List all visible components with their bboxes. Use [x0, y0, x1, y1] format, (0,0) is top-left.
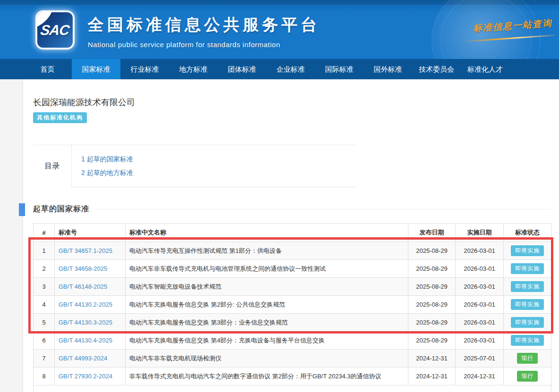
toc-link-1[interactable]: 1 起草的国家标准 — [81, 152, 356, 166]
standard-code-link[interactable]: GB/T 34658-2025 — [59, 265, 107, 272]
row-index: 3 — [34, 278, 55, 296]
nav-item-8[interactable]: 国外标准 — [364, 59, 412, 79]
nav-item-2[interactable]: 国家标准 — [72, 59, 120, 79]
standard-code-cell: GB/T 44130.2-2025 — [55, 296, 126, 314]
publish-date-cell: 2025-08-29 — [408, 332, 456, 350]
standard-code-link[interactable]: GB/T 27930.2-2024 — [59, 373, 112, 380]
publish-date-cell: 2024-12-31 — [408, 350, 456, 367]
status-cell: 即将实施 — [504, 296, 551, 314]
page: SAC 全国标准信息公共服务平台 National public service… — [0, 0, 559, 392]
nav-item-3[interactable]: 行业标准 — [120, 59, 169, 79]
implement-date-cell: 2024-12-31 — [456, 367, 504, 385]
toc-label: 目录 — [33, 145, 72, 187]
main-nav: 首页国家标准行业标准地方标准团体标准企业标准国际标准国外标准技术委员会标准化人才 — [0, 59, 559, 79]
col-header-implement-date: 实施日期 — [456, 224, 504, 242]
publish-date-cell: 2025-08-29 — [408, 296, 456, 314]
standard-code-link[interactable]: GB/T 34657.1-2025 — [59, 247, 112, 254]
standard-name-cell: 电动汽车非车载传导式充电机与电池管理系统之间的通信协议一致性测试 — [126, 260, 408, 278]
col-header-index: # — [34, 224, 55, 242]
platform-title: 全国标准信息公共服务平台 — [88, 14, 320, 36]
section-divider-line — [96, 209, 551, 209]
status-badge: 即将实施 — [511, 299, 544, 310]
status-badge: 即将实施 — [511, 317, 544, 328]
col-header-publish-date: 发布日期 — [408, 224, 456, 242]
col-header-status: 标准状态 — [504, 224, 551, 242]
nav-item-4[interactable]: 地方标准 — [169, 59, 218, 79]
status-cell: 即将实施 — [504, 314, 551, 332]
title-block: 全国标准信息公共服务平台 National public service pla… — [88, 14, 320, 49]
implement-date-cell: 2026-03-01 — [456, 242, 504, 260]
table-row: 5GB/T 44130.3-2025电动汽车充换电服务信息交换 第3部分：业务信… — [34, 314, 551, 332]
table-row: 6GB/T 44130.4-2025电动汽车充换电服务信息交换 第4部分：充换电… — [34, 332, 551, 350]
nav-item-9[interactable]: 技术委员会 — [412, 59, 461, 79]
table-body: 1GB/T 34657.1-2025电动汽车传导充电互操作性测试规范 第1部分：… — [34, 242, 551, 385]
status-badge: 即将实施 — [511, 335, 544, 346]
toc-link-2[interactable]: 2 起草的地方标准 — [81, 166, 356, 180]
status-cell: 即将实施 — [504, 278, 551, 296]
status-badge: 即将实施 — [511, 245, 544, 256]
standard-code-link[interactable]: GB/T 46148-2025 — [59, 283, 107, 290]
implement-date-cell: 2026-03-01 — [456, 332, 504, 350]
status-cell: 现行 — [504, 350, 551, 367]
table-row: 7GB/T 44993-2024电动汽车非车载充电机现场检测仪2024-12-3… — [34, 350, 551, 367]
content-inner: 长园深瑞能源技术有限公司 其他标准化机构 目录 1 起草的国家标准2 起草的地方… — [0, 80, 559, 392]
standards-table: # 标准号 标准中文名称 发布日期 实施日期 标准状态 1GB/T 34657.… — [33, 223, 551, 385]
status-badge: 现行 — [517, 371, 538, 382]
standard-code-cell: GB/T 46148-2025 — [55, 278, 126, 296]
sac-logo: SAC — [35, 10, 75, 50]
records-summary: 显示第 1 到第 8 条记录，总共 8 条记录 — [33, 385, 551, 392]
standard-code-link[interactable]: GB/T 44130.4-2025 — [59, 337, 112, 344]
nav-item-5[interactable]: 团体标准 — [218, 59, 266, 79]
status-badge: 现行 — [517, 353, 538, 364]
publish-date-cell: 2024-12-31 — [408, 367, 456, 385]
nav-item-6[interactable]: 企业标准 — [266, 59, 315, 79]
row-index: 2 — [34, 260, 55, 278]
content-card: 长园深瑞能源技术有限公司 其他标准化机构 目录 1 起草的国家标准2 起草的地方… — [0, 79, 559, 392]
status-cell: 即将实施 — [504, 242, 551, 260]
company-name: 长园深瑞能源技术有限公司 — [33, 97, 559, 108]
implement-date-cell: 2026-03-01 — [456, 296, 504, 314]
status-badge: 即将实施 — [511, 281, 544, 292]
standard-name-cell: 电动汽车智能充放电设备技术规范 — [126, 278, 408, 296]
table-row: 8GB/T 27930.2-2024非车载传导式充电机与电动汽车之间的数字通信协… — [34, 367, 551, 385]
standard-code-link[interactable]: GB/T 44130.3-2025 — [59, 319, 112, 326]
standard-name-cell: 电动汽车充换电服务信息交换 第3部分：业务信息交换规范 — [126, 314, 408, 332]
table-header-row: # 标准号 标准中文名称 发布日期 实施日期 标准状态 — [34, 224, 551, 242]
nav-item-1[interactable]: 首页 — [23, 59, 72, 79]
toc-links: 1 起草的国家标准2 起草的地方标准 — [72, 145, 356, 187]
toc-box: 目录 1 起草的国家标准2 起草的地方标准 — [33, 145, 356, 187]
site-header: SAC 全国标准信息公共服务平台 National public service… — [0, 0, 559, 59]
implement-date-cell: 2026-03-01 — [456, 260, 504, 278]
implement-date-cell: 2026-03-01 — [456, 314, 504, 332]
nav-item-10[interactable]: 标准化人才 — [461, 59, 509, 79]
standard-code-cell: GB/T 44130.3-2025 — [55, 314, 126, 332]
status-cell: 即将实施 — [504, 332, 551, 350]
row-index: 8 — [34, 367, 55, 385]
section-marker — [19, 203, 25, 216]
status-badge: 即将实施 — [511, 263, 544, 274]
status-cell: 即将实施 — [504, 260, 551, 278]
org-type-badge: 其他标准化机构 — [33, 112, 87, 123]
standard-name-cell: 电动汽车充换电服务信息交换 第2部分: 公共信息交换规范 — [126, 296, 408, 314]
publish-date-cell: 2025-08-29 — [408, 242, 456, 260]
standard-code-cell: GB/T 44993-2024 — [55, 350, 126, 367]
section-header: 起草的国家标准 — [33, 204, 551, 214]
publish-date-cell: 2025-08-29 — [408, 260, 456, 278]
table-row: 4GB/T 44130.2-2025电动汽车充换电服务信息交换 第2部分: 公共… — [34, 296, 551, 314]
publish-date-cell: 2025-08-29 — [408, 314, 456, 332]
sac-logo-inner: SAC — [37, 12, 73, 48]
nav-item-7[interactable]: 国际标准 — [315, 59, 364, 79]
section-title: 起草的国家标准 — [33, 204, 89, 214]
standard-code-link[interactable]: GB/T 44130.2-2025 — [59, 301, 112, 308]
row-index: 4 — [34, 296, 55, 314]
standard-name-cell: 非车载传导式充电机与电动汽车之间的数字通信协议 第2部分：用于GB/T 2023… — [126, 367, 408, 385]
standard-code-link[interactable]: GB/T 44993-2024 — [59, 355, 107, 362]
col-header-standard-code: 标准号 — [55, 224, 126, 242]
table-row: 1GB/T 34657.1-2025电动汽车传导充电互操作性测试规范 第1部分：… — [34, 242, 551, 260]
status-cell: 现行 — [504, 367, 551, 385]
standard-code-cell: GB/T 34657.1-2025 — [55, 242, 126, 260]
platform-subtitle: National public service platform for sta… — [88, 41, 320, 49]
standard-code-cell: GB/T 34658-2025 — [55, 260, 126, 278]
row-index: 1 — [34, 242, 55, 260]
standard-name-cell: 电动汽车非车载充电机现场检测仪 — [126, 350, 408, 367]
